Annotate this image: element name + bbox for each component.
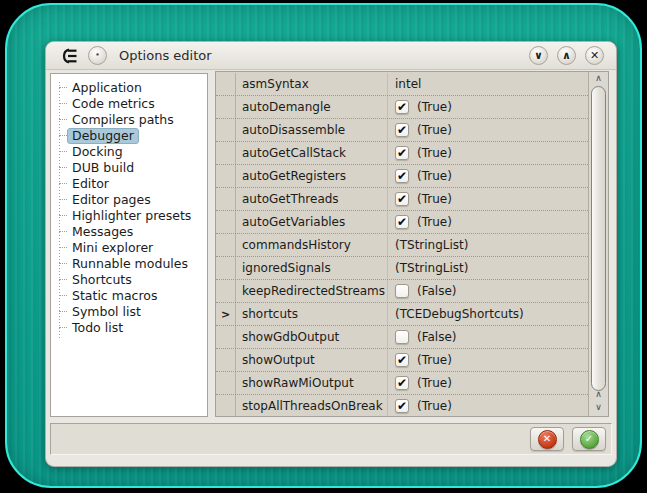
checkbox-checked[interactable]: ✔ [395,146,409,160]
checkbox-checked[interactable]: ✔ [395,100,409,114]
property-value[interactable]: ✔(True) [388,96,588,118]
property-name[interactable]: autoDemangle [236,96,388,118]
property-row-autogetvariables[interactable]: autoGetVariables✔(True) [216,211,588,234]
sidebar-item-runnable-modules[interactable]: Runnable modules [51,256,207,272]
cancel-button[interactable]: ✕ [530,427,564,451]
property-row-keepredirectedstreams[interactable]: keepRedirectedStreams(False) [216,280,588,303]
property-name[interactable]: commandsHistory [236,234,388,256]
checkbox-unchecked[interactable] [395,284,409,298]
sidebar-item-symbol-list[interactable]: Symbol list [51,304,207,320]
tree-branch-line [59,279,67,281]
property-value[interactable]: (False) [388,326,588,348]
sidebar-item-compilers-paths[interactable]: Compilers paths [51,112,207,128]
tree-branch-line [59,231,67,233]
property-value[interactable]: ✔(True) [388,349,588,371]
property-row-showrawmioutput[interactable]: showRawMiOutput✔(True) [216,372,588,395]
property-name[interactable]: autoGetCallStack [236,142,388,164]
sidebar-item-label: Messages [67,224,138,240]
checkbox-checked[interactable]: ✔ [395,123,409,137]
property-row-showgdboutput[interactable]: showGdbOutput(False) [216,326,588,349]
checkbox-checked[interactable]: ✔ [395,215,409,229]
category-tree-panel[interactable]: ApplicationCode metricsCompilers pathsDe… [50,73,208,417]
sidebar-item-dub-build[interactable]: DUB build [51,160,207,176]
scrollbar-thumb[interactable] [591,86,606,391]
property-row-stopallthreadsonbreak[interactable]: stopAllThreadsOnBreak✔(True) [216,395,588,416]
property-value[interactable]: ✔(True) [388,142,588,164]
scrollbar-up-button[interactable]: ∧ [589,72,608,85]
property-name[interactable]: autoGetThreads [236,188,388,210]
property-row-autogetthreads[interactable]: autoGetThreads✔(True) [216,188,588,211]
checkbox-checked[interactable]: ✔ [395,399,409,413]
expander-icon[interactable]: > [216,303,236,325]
sidebar-item-todo-list[interactable]: Todo list [51,320,207,336]
sidebar-item-application[interactable]: Application [51,80,207,96]
property-value[interactable]: ✔(True) [388,165,588,187]
property-value[interactable]: (TCEDebugShortcuts) [388,303,588,325]
property-value[interactable]: (TStringList) [388,257,588,279]
property-row-showoutput[interactable]: showOutput✔(True) [216,349,588,372]
property-value[interactable]: ✔(True) [388,188,588,210]
property-name[interactable]: shortcuts [236,303,388,325]
roll-down-button[interactable]: ∨ [529,46,548,65]
property-row-autodisassemble[interactable]: autoDisassemble✔(True) [216,119,588,142]
sidebar-item-debugger[interactable]: Debugger [51,128,207,144]
property-name[interactable]: ignoredSignals [236,257,388,279]
tree-branch-line [59,119,67,121]
desktop-background: { "titlebar": { "title": "Options editor… [0,0,647,493]
property-row-autogetregisters[interactable]: autoGetRegisters✔(True) [216,165,588,188]
property-value-text: (True) [417,215,452,229]
property-row-asmsyntax[interactable]: asmSyntaxintel [216,73,588,96]
sidebar-item-shortcuts[interactable]: Shortcuts [51,272,207,288]
property-name[interactable]: stopAllThreadsOnBreak [236,395,388,416]
sidebar-item-editor-pages[interactable]: Editor pages [51,192,207,208]
property-name[interactable]: autoDisassemble [236,119,388,141]
checkbox-checked[interactable]: ✔ [395,376,409,390]
property-grid[interactable]: asmSyntaxintelautoDemangle✔(True)autoDis… [215,71,609,417]
tree-branch-line [59,295,67,297]
sidebar-item-docking[interactable]: Docking [51,144,207,160]
property-row-ignoredsignals[interactable]: ignoredSignals(TStringList) [216,257,588,280]
property-value[interactable]: (False) [388,280,588,302]
property-name[interactable]: autoGetVariables [236,211,388,233]
property-row-shortcuts[interactable]: >shortcuts(TCEDebugShortcuts) [216,303,588,326]
roll-up-button[interactable]: ∧ [557,46,576,65]
property-value-text: (True) [417,100,452,114]
property-name[interactable]: showGdbOutput [236,326,388,348]
close-button[interactable]: ✕ [585,46,604,65]
property-name[interactable]: showOutput [236,349,388,371]
ok-button[interactable]: ✓ [572,427,606,451]
property-value[interactable]: intel [388,73,588,95]
sidebar-item-messages[interactable]: Messages [51,224,207,240]
property-value-text: (TStringList) [395,261,468,275]
checkbox-checked[interactable]: ✔ [395,353,409,367]
row-gutter [216,395,236,416]
property-row-autogetcallstack[interactable]: autoGetCallStack✔(True) [216,142,588,165]
property-name[interactable]: keepRedirectedStreams [236,280,388,302]
scrollbar-up-button-2[interactable]: ∧ [589,388,608,401]
sidebar-item-mini-explorer[interactable]: Mini explorer [51,240,207,256]
sidebar-item-code-metrics[interactable]: Code metrics [51,96,207,112]
property-value[interactable]: ✔(True) [388,119,588,141]
options-editor-window: • Options editor ∨∧✕ ApplicationCode met… [45,41,617,467]
property-row-commandshistory[interactable]: commandsHistory(TStringList) [216,234,588,257]
checkbox-checked[interactable]: ✔ [395,169,409,183]
sidebar-item-highlighter-presets[interactable]: Highlighter presets [51,208,207,224]
property-value[interactable]: ✔(True) [388,372,588,394]
sidebar-item-editor[interactable]: Editor [51,176,207,192]
tree-branch-line [59,199,67,201]
property-name[interactable]: autoGetRegisters [236,165,388,187]
checkbox-checked[interactable]: ✔ [395,192,409,206]
property-row-autodemangle[interactable]: autoDemangle✔(True) [216,96,588,119]
sidebar-item-label: Editor [67,176,114,192]
window-menu-button[interactable]: • [88,46,107,65]
vertical-scrollbar[interactable]: ∧ ∧ ∨ [588,72,608,416]
sidebar-item-static-macros[interactable]: Static macros [51,288,207,304]
property-value[interactable]: ✔(True) [388,211,588,233]
titlebar[interactable]: • Options editor ∨∧✕ [46,42,616,70]
property-value[interactable]: (TStringList) [388,234,588,256]
scrollbar-down-button[interactable]: ∨ [589,401,608,414]
property-name[interactable]: showRawMiOutput [236,372,388,394]
property-value[interactable]: ✔(True) [388,395,588,416]
property-name[interactable]: asmSyntax [236,73,388,95]
checkbox-unchecked[interactable] [395,330,409,344]
